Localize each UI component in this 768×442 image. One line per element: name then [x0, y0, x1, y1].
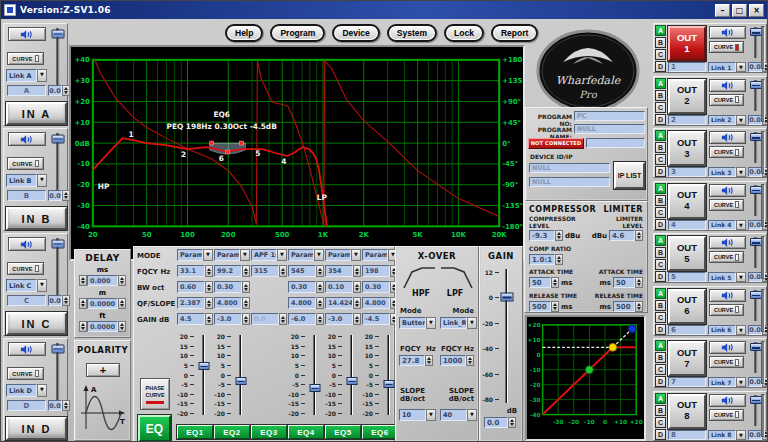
- eq-band-tab[interactable]: EQ2: [214, 425, 250, 439]
- output-mute-button[interactable]: [709, 26, 746, 39]
- fader-track[interactable]: [350, 335, 353, 415]
- route-d-button[interactable]: D: [655, 271, 666, 282]
- spinner-arrows-icon[interactable]: [79, 275, 87, 286]
- chevron-down-icon[interactable]: ▼: [736, 220, 746, 230]
- input-curve-button[interactable]: CURVE: [7, 52, 44, 65]
- fader-thumb[interactable]: [51, 29, 64, 38]
- spinner-arrows-icon[interactable]: [279, 265, 287, 277]
- route-c-button[interactable]: C: [655, 259, 666, 270]
- fader-thumb[interactable]: [750, 291, 762, 299]
- chevron-down-icon[interactable]: ▼: [426, 317, 436, 329]
- fader-thumb[interactable]: [235, 377, 246, 385]
- chevron-down-icon[interactable]: ▼: [37, 384, 47, 397]
- output-name-field[interactable]: 6: [668, 325, 706, 335]
- fader-track[interactable]: [387, 335, 390, 415]
- spinner-arrows-icon[interactable]: [425, 355, 433, 366]
- program-no-field[interactable]: PC: [574, 111, 645, 121]
- eq-gain-fader[interactable]: 20151050-5-10-15-20: [325, 333, 361, 417]
- eq-gain-value[interactable]: -3.0: [325, 313, 353, 325]
- input-label-field[interactable]: D: [7, 400, 46, 411]
- hpf-slope-select[interactable]: 10▼: [399, 409, 436, 421]
- input-link-select[interactable]: Link B▼: [6, 174, 47, 187]
- route-c-button[interactable]: C: [655, 364, 666, 375]
- spinner-arrows-icon[interactable]: [466, 355, 474, 366]
- eq-fqcy-value[interactable]: 354: [325, 265, 353, 277]
- route-c-button[interactable]: C: [655, 207, 666, 218]
- gain-value[interactable]: 0.0: [748, 62, 762, 72]
- comp-ratio-spinner[interactable]: 1.0:1: [529, 254, 563, 265]
- eq-fqcy-value[interactable]: 545: [288, 265, 316, 277]
- output-link-select[interactable]: Link 2▼: [708, 115, 746, 125]
- chevron-down-icon[interactable]: ▼: [240, 249, 250, 261]
- spinner-arrows-icon[interactable]: [508, 417, 516, 428]
- route-a-button[interactable]: A: [655, 288, 666, 299]
- gain-value-spinner[interactable]: 0.0: [484, 417, 516, 428]
- route-d-button[interactable]: D: [655, 166, 666, 177]
- eq-gain-value[interactable]: -4.5: [362, 313, 390, 325]
- route-c-button[interactable]: C: [655, 102, 666, 113]
- chevron-down-icon[interactable]: ▼: [203, 249, 213, 261]
- output-name-field[interactable]: 8: [668, 430, 706, 440]
- eq-fqcy-value[interactable]: 315: [251, 265, 279, 277]
- eq-mode-select[interactable]: Parame▼: [362, 249, 398, 261]
- spinner-arrows-icon[interactable]: [635, 230, 643, 241]
- lpf-fqcy-value[interactable]: 1000: [440, 355, 466, 366]
- ip-list-button[interactable]: IP LIST: [614, 162, 645, 189]
- chevron-down-icon[interactable]: ▼: [736, 115, 746, 125]
- input-level-fader[interactable]: [48, 236, 67, 300]
- output-link-select[interactable]: Link 8▼: [708, 430, 746, 440]
- input-gain-spinner[interactable]: 0.0: [48, 190, 70, 201]
- lim-attack-value[interactable]: 50: [613, 277, 635, 288]
- input-gain-spinner[interactable]: 0.0: [48, 295, 70, 306]
- eq-gain-fader[interactable]: 20151050-5-10-15-20: [177, 333, 213, 417]
- eq-gain-fader[interactable]: 20151050-5-10-15-20: [288, 333, 324, 417]
- output-select-button[interactable]: OUT 5: [668, 236, 706, 271]
- eq-qf-spinner[interactable]: 14.424: [325, 297, 361, 309]
- input-label-field[interactable]: A: [7, 85, 46, 96]
- delay-value[interactable]: 0.000: [87, 275, 118, 286]
- eq-band-handle-left[interactable]: [210, 141, 214, 145]
- eq-bw-spinner[interactable]: 0.10: [325, 281, 361, 293]
- eq-qf-spinner[interactable]: 4.800: [288, 297, 324, 309]
- route-c-button[interactable]: C: [655, 312, 666, 323]
- chevron-down-icon[interactable]: ▼: [277, 249, 287, 261]
- fader-track[interactable]: [202, 335, 205, 415]
- input-select-button[interactable]: IN A: [6, 102, 67, 125]
- chevron-down-icon[interactable]: ▼: [467, 409, 477, 421]
- route-d-button[interactable]: D: [655, 219, 666, 230]
- eq-qf-value[interactable]: 4.800: [214, 297, 242, 309]
- spinner-arrows-icon[interactable]: [316, 281, 324, 293]
- route-a-button[interactable]: A: [655, 78, 666, 89]
- chevron-down-icon[interactable]: ▼: [736, 62, 746, 72]
- limiter-threshold-handle[interactable]: [609, 343, 617, 351]
- route-d-button[interactable]: D: [655, 61, 666, 72]
- chevron-down-icon[interactable]: ▼: [736, 430, 746, 440]
- input-curve-button[interactable]: CURVE: [7, 367, 44, 380]
- chevron-down-icon[interactable]: ▼: [736, 325, 746, 335]
- eq-band-tab[interactable]: EQ6: [362, 425, 398, 439]
- fader-thumb[interactable]: [51, 134, 64, 143]
- output-mute-button[interactable]: [709, 236, 746, 249]
- eq-fqcy-spinner[interactable]: 545: [288, 265, 324, 277]
- output-mute-button[interactable]: [709, 79, 746, 92]
- output-name-field[interactable]: 5: [668, 272, 706, 282]
- output-name-field[interactable]: 3: [668, 167, 706, 177]
- chevron-down-icon[interactable]: ▼: [736, 377, 746, 387]
- comp-release-spinner[interactable]: 500ms: [529, 301, 574, 312]
- fader-thumb[interactable]: [750, 28, 762, 36]
- gain-value[interactable]: 0.0: [748, 220, 762, 230]
- eq-qf-value[interactable]: 14.424: [325, 297, 353, 309]
- input-link-select[interactable]: Link D▼: [6, 384, 47, 397]
- output-gain-spinner[interactable]: 0.0: [748, 167, 768, 177]
- spinner-arrows-icon[interactable]: [316, 313, 324, 325]
- route-a-button[interactable]: A: [655, 340, 666, 351]
- output-select-button[interactable]: OUT 4: [668, 184, 706, 219]
- input-mute-button[interactable]: [8, 27, 46, 41]
- chevron-down-icon[interactable]: ▼: [736, 272, 746, 282]
- output-select-button[interactable]: OUT 2: [668, 79, 706, 114]
- chevron-down-icon[interactable]: ▼: [467, 317, 477, 329]
- eq-gain-value[interactable]: 0.0: [251, 313, 279, 325]
- eq-fqcy-value[interactable]: 99.2: [214, 265, 242, 277]
- route-b-button[interactable]: B: [655, 195, 666, 206]
- output-curve-button[interactable]: CURVE: [709, 409, 744, 421]
